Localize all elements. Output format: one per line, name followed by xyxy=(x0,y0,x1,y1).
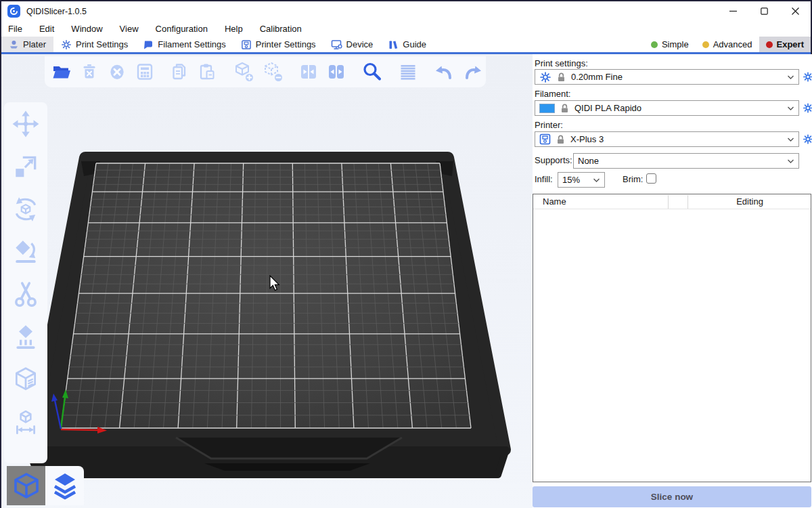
preview-view-button[interactable] xyxy=(45,466,84,505)
tab-print-settings[interactable]: Print Settings xyxy=(53,37,135,52)
print-settings-gear-button[interactable] xyxy=(803,69,812,85)
3d-viewport[interactable] xyxy=(1,54,533,508)
printer-combo[interactable]: X-Plus 3 xyxy=(535,131,799,147)
add-instance-button[interactable] xyxy=(233,60,254,83)
split-objects-icon xyxy=(298,62,319,82)
copy-icon xyxy=(170,62,190,82)
infill-combo[interactable]: 15% xyxy=(558,172,605,188)
object-list-header: Name Editing xyxy=(533,194,811,209)
paint-supports-tool[interactable] xyxy=(10,320,41,355)
title-bar: QIDISlicer-1.0.5 xyxy=(1,1,811,21)
print-settings-value: 0.20mm Fine xyxy=(571,72,623,82)
gear-icon xyxy=(803,102,812,114)
settings-panel: Print settings: 0.20mm Fine Filament: QI… xyxy=(533,54,812,508)
simple-dot-icon xyxy=(651,41,658,48)
scale-tool[interactable] xyxy=(10,149,41,184)
lock-icon xyxy=(556,72,566,83)
split-parts-icon xyxy=(326,62,346,82)
main-toolbar xyxy=(45,56,486,87)
tab-device[interactable]: Device xyxy=(323,37,381,52)
menu-calibration[interactable]: Calibration xyxy=(260,24,302,34)
copy-button[interactable] xyxy=(170,60,190,83)
move-icon xyxy=(12,110,40,138)
tab-bar: Plater Print Settings Filament Settings … xyxy=(1,37,811,54)
slice-now-button[interactable]: Slice now xyxy=(533,486,811,507)
chevron-down-icon xyxy=(787,137,794,142)
supports-label: Supports: xyxy=(535,155,572,165)
mode-advanced[interactable]: Advanced xyxy=(696,37,759,52)
cut-scissors-icon xyxy=(12,280,40,309)
filament-label: Filament: xyxy=(535,89,570,99)
supports-combo[interactable]: None xyxy=(573,153,799,169)
chevron-down-icon xyxy=(787,106,794,111)
open-folder-icon xyxy=(51,62,72,82)
split-to-objects-button[interactable] xyxy=(298,60,319,83)
search-button[interactable] xyxy=(361,60,383,83)
tab-filament-settings[interactable]: Filament Settings xyxy=(135,37,233,52)
move-tool[interactable] xyxy=(10,106,41,142)
guide-books-icon xyxy=(388,39,399,50)
menu-view[interactable]: View xyxy=(120,24,139,34)
menu-file[interactable]: File xyxy=(8,24,22,34)
paste-button[interactable] xyxy=(198,60,218,83)
chevron-down-icon xyxy=(787,75,794,80)
mouse-cursor xyxy=(269,275,280,291)
gear-icon xyxy=(803,71,812,83)
remove-instance-icon xyxy=(262,61,284,83)
split-to-parts-button[interactable] xyxy=(326,60,346,83)
object-list[interactable]: Name Editing xyxy=(533,194,811,482)
delete-button[interactable] xyxy=(79,60,99,83)
gear-icon xyxy=(61,39,72,50)
trash-icon xyxy=(79,62,99,82)
remove-instance-button[interactable] xyxy=(262,60,284,83)
menu-help[interactable]: Help xyxy=(225,24,243,34)
seam-painting-tool[interactable] xyxy=(10,362,41,398)
arrange-icon xyxy=(135,62,155,82)
print-settings-label: Print settings: xyxy=(535,58,588,68)
supports-value: None xyxy=(578,156,599,166)
3d-editor-view-button[interactable] xyxy=(7,466,45,505)
minimize-button[interactable] xyxy=(717,1,748,21)
measure-icon xyxy=(12,408,40,437)
redo-arrow-icon xyxy=(462,61,484,83)
menu-edit[interactable]: Edit xyxy=(39,24,54,34)
maximize-button[interactable] xyxy=(748,1,780,21)
place-on-face-tool[interactable] xyxy=(10,234,41,270)
window-title: QIDISlicer-1.0.5 xyxy=(26,7,87,16)
redo-button[interactable] xyxy=(462,60,484,83)
paste-icon xyxy=(198,62,218,82)
tab-guide[interactable]: Guide xyxy=(380,37,434,52)
arrange-button[interactable] xyxy=(135,60,155,83)
brim-label: Brim: xyxy=(623,174,643,184)
column-editing[interactable]: Editing xyxy=(688,196,811,207)
column-name[interactable]: Name xyxy=(543,196,566,207)
chevron-down-icon xyxy=(593,177,600,183)
delete-all-button[interactable] xyxy=(107,60,127,83)
filament-combo[interactable]: QIDI PLA Rapido xyxy=(535,100,799,116)
mode-expert[interactable]: Expert xyxy=(759,37,811,52)
scale-icon xyxy=(12,152,40,181)
tab-plater[interactable]: Plater xyxy=(1,37,53,52)
brim-checkbox[interactable] xyxy=(646,173,656,184)
undo-button[interactable] xyxy=(433,60,455,83)
layer-height-icon xyxy=(398,62,418,82)
printer-value: X-Plus 3 xyxy=(570,134,604,144)
printer-gear-button[interactable] xyxy=(803,131,812,147)
menu-window[interactable]: Window xyxy=(71,24,102,34)
measure-tool[interactable] xyxy=(10,405,41,440)
seam-icon xyxy=(12,366,40,394)
advanced-dot-icon xyxy=(702,41,709,48)
mode-simple[interactable]: Simple xyxy=(644,37,696,52)
open-button[interactable] xyxy=(51,60,72,83)
close-button[interactable] xyxy=(780,1,811,21)
tab-printer-settings[interactable]: Printer Settings xyxy=(233,37,323,52)
rotate-tool[interactable] xyxy=(10,192,41,227)
3d-view-cube-icon xyxy=(12,471,41,501)
cut-tool[interactable] xyxy=(10,277,41,312)
menu-configuration[interactable]: Configuration xyxy=(156,24,208,34)
lock-icon xyxy=(560,103,570,114)
undo-arrow-icon xyxy=(433,61,455,83)
variable-layer-height-button[interactable] xyxy=(398,60,418,83)
print-settings-combo[interactable]: 0.20mm Fine xyxy=(535,69,799,85)
filament-gear-button[interactable] xyxy=(803,100,812,116)
